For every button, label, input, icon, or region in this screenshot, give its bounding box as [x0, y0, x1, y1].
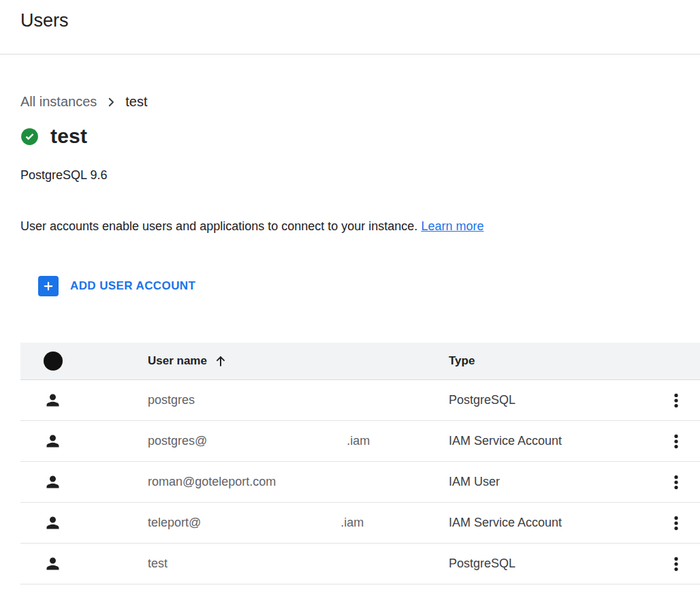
table-row: test PostgreSQL — [20, 544, 700, 584]
user-type-cell: IAM User — [449, 475, 652, 489]
user-name-cell: postgres@.iam — [148, 434, 449, 448]
users-table: User name Type postgres PostgreSQL — [20, 343, 700, 584]
filled-circle-icon — [44, 352, 63, 371]
row-menu-button[interactable] — [665, 552, 688, 576]
kebab-menu-icon — [667, 514, 685, 532]
user-name-cell: roman@goteleport.com — [148, 475, 449, 489]
table-row: postgres PostgreSQL — [20, 380, 700, 421]
kebab-menu-icon — [667, 555, 685, 573]
user-type-cell: IAM Service Account — [449, 434, 652, 448]
person-icon — [44, 555, 62, 573]
table-row: teleport@.iam IAM Service Account — [20, 503, 700, 544]
column-header-type[interactable]: Type — [449, 354, 652, 368]
user-type-cell: PostgreSQL — [449, 393, 652, 407]
arrow-up-icon — [214, 354, 227, 368]
row-menu-button[interactable] — [665, 471, 688, 494]
kebab-menu-icon — [667, 433, 685, 450]
breadcrumb-all-instances[interactable]: All instances — [20, 94, 97, 110]
plus-icon — [38, 276, 59, 296]
table-header-row: User name Type — [20, 343, 700, 380]
main-content: All instances test test PostgreSQL 9.6 U… — [0, 94, 700, 584]
page-title: Users — [20, 8, 700, 33]
instance-version: PostgreSQL 9.6 — [20, 168, 700, 183]
column-header-user-name[interactable]: User name — [148, 354, 449, 368]
table-row: roman@goteleport.com IAM User — [20, 462, 700, 503]
kebab-menu-icon — [667, 473, 685, 491]
table-row: postgres@.iam IAM Service Account — [20, 421, 700, 462]
person-icon — [44, 391, 62, 409]
user-type-cell: PostgreSQL — [449, 557, 652, 571]
person-icon — [44, 514, 62, 532]
row-menu-button[interactable] — [665, 389, 688, 412]
chevron-right-icon — [105, 96, 117, 108]
instance-name: test — [50, 125, 87, 148]
breadcrumb: All instances test — [20, 94, 700, 110]
person-icon — [44, 473, 62, 491]
kebab-menu-icon — [667, 392, 685, 409]
instance-heading: test — [20, 125, 700, 148]
description: User accounts enable users and applicati… — [20, 219, 700, 234]
add-user-label: ADD USER ACCOUNT — [70, 279, 195, 293]
user-name-cell: postgres — [148, 393, 449, 407]
user-type-cell: IAM Service Account — [449, 516, 652, 530]
page-header: Users — [0, 0, 700, 54]
row-menu-button[interactable] — [665, 430, 688, 453]
user-name-cell: teleport@.iam — [148, 516, 449, 530]
check-circle-icon — [20, 127, 39, 146]
add-user-button[interactable]: ADD USER ACCOUNT — [38, 276, 195, 296]
user-name-cell: test — [148, 557, 449, 571]
learn-more-link[interactable]: Learn more — [421, 219, 483, 233]
row-menu-button[interactable] — [665, 512, 688, 535]
description-text: User accounts enable users and applicati… — [20, 219, 417, 233]
breadcrumb-current: test — [125, 94, 147, 110]
person-icon — [44, 432, 62, 450]
